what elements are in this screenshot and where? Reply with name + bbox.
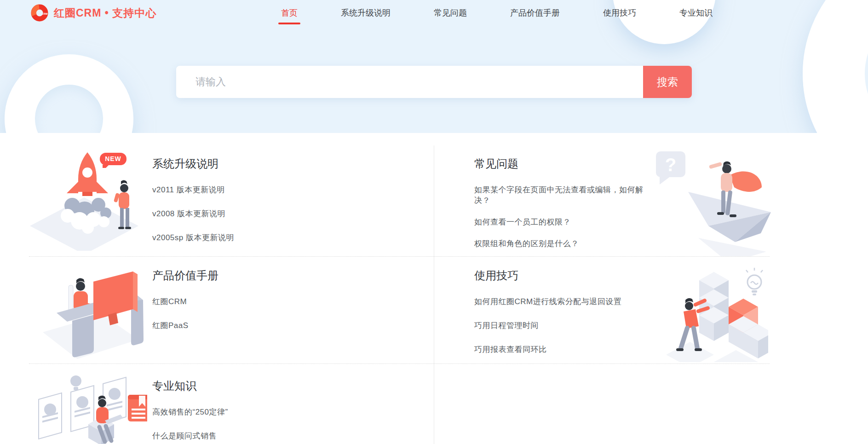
section-title: 专业知识 bbox=[152, 379, 228, 393]
lightbulb-icon bbox=[746, 268, 763, 295]
article-link[interactable]: 权限组和角色的区别是什么？ bbox=[474, 238, 652, 249]
article-link[interactable]: 如何用红圈CRM进行线索分配与退回设置 bbox=[474, 296, 621, 307]
brand-home-link[interactable]: CRM 红圈CRM • 支持中心 bbox=[30, 4, 156, 22]
search-bar: 搜索 bbox=[176, 66, 692, 98]
row-divider bbox=[29, 256, 770, 257]
rocket-launch-illustration bbox=[29, 146, 145, 251]
section-knowledge: 专业知识 高效销售的“250定律” 什么是顾问式销售 bbox=[152, 379, 228, 444]
article-link[interactable]: 什么是顾问式销售 bbox=[152, 431, 228, 441]
hongquan-ring-icon: CRM bbox=[30, 4, 49, 22]
main-nav: 首页 系统升级说明 常见问题 产品价值手册 使用技巧 专业知识 bbox=[281, 0, 713, 26]
article-link[interactable]: 红圈PaaS bbox=[152, 320, 218, 331]
section-product-value: 产品价值手册 红圈CRM 红圈PaaS bbox=[152, 269, 218, 344]
lightbulb-gray-icon bbox=[70, 375, 81, 390]
content-grid: NEW 系统升级说明 v2011 版本更新说明 v2008 版本更新说明 v20… bbox=[0, 133, 868, 444]
nav-item-faq[interactable]: 常见问题 bbox=[434, 7, 467, 18]
logo-crm-text: CRM bbox=[42, 12, 48, 15]
article-link[interactable]: 如何查看一个员工的权限？ bbox=[474, 217, 652, 227]
documents-illustration bbox=[32, 373, 147, 444]
search-button[interactable]: 搜索 bbox=[643, 66, 692, 98]
book-icon bbox=[128, 395, 147, 421]
article-link[interactable]: 高效销售的“250定律” bbox=[152, 407, 228, 417]
article-link[interactable]: 如果某个字段在页面中无法查看或编辑，如何解决？ bbox=[474, 185, 652, 206]
hero-section: CRM 红圈CRM • 支持中心 首页 系统升级说明 常见问题 产品价值手册 使… bbox=[0, 0, 868, 133]
brand-title: 红圈CRM • 支持中心 bbox=[54, 6, 156, 20]
article-link[interactable]: v2008 版本更新说明 bbox=[152, 208, 234, 219]
article-link[interactable]: 红圈CRM bbox=[152, 296, 218, 307]
column-divider bbox=[434, 145, 434, 444]
section-title: 使用技巧 bbox=[474, 269, 621, 283]
question-bubble-icon: ? bbox=[665, 155, 676, 175]
paper-plane-illustration: ? bbox=[652, 147, 773, 256]
nav-item-knowledge[interactable]: 专业知识 bbox=[679, 7, 713, 18]
section-tips: 使用技巧 如何用红圈CRM进行线索分配与退回设置 巧用日程管理时间 巧用报表查看… bbox=[474, 269, 621, 368]
building-blocks-illustration bbox=[662, 265, 768, 362]
row-divider bbox=[29, 363, 770, 364]
header: CRM 红圈CRM • 支持中心 首页 系统升级说明 常见问题 产品价值手册 使… bbox=[0, 0, 868, 26]
nav-item-tips[interactable]: 使用技巧 bbox=[603, 7, 636, 18]
section-title: 产品价值手册 bbox=[152, 269, 218, 283]
article-link[interactable]: 巧用日程管理时间 bbox=[474, 320, 621, 331]
nav-item-product-value[interactable]: 产品价值手册 bbox=[510, 7, 560, 18]
article-link[interactable]: v2005sp 版本更新说明 bbox=[152, 232, 234, 243]
article-link[interactable]: 巧用报表查看同环比 bbox=[474, 344, 621, 355]
article-link[interactable]: v2011 版本更新说明 bbox=[152, 185, 234, 195]
nav-item-home[interactable]: 首页 bbox=[281, 7, 298, 18]
section-faq: 常见问题 如果某个字段在页面中无法查看或编辑，如何解决？ 如何查看一个员工的权限… bbox=[474, 157, 652, 260]
new-badge: NEW bbox=[100, 153, 126, 165]
section-title: 常见问题 bbox=[474, 157, 652, 171]
section-title: 系统升级说明 bbox=[152, 157, 234, 171]
nav-item-system-upgrade[interactable]: 系统升级说明 bbox=[341, 7, 391, 18]
search-input[interactable] bbox=[176, 66, 643, 98]
section-system-upgrade: 系统升级说明 v2011 版本更新说明 v2008 版本更新说明 v2005sp… bbox=[152, 157, 234, 256]
decor-ring-left bbox=[5, 54, 133, 133]
workstation-illustration bbox=[29, 263, 145, 362]
